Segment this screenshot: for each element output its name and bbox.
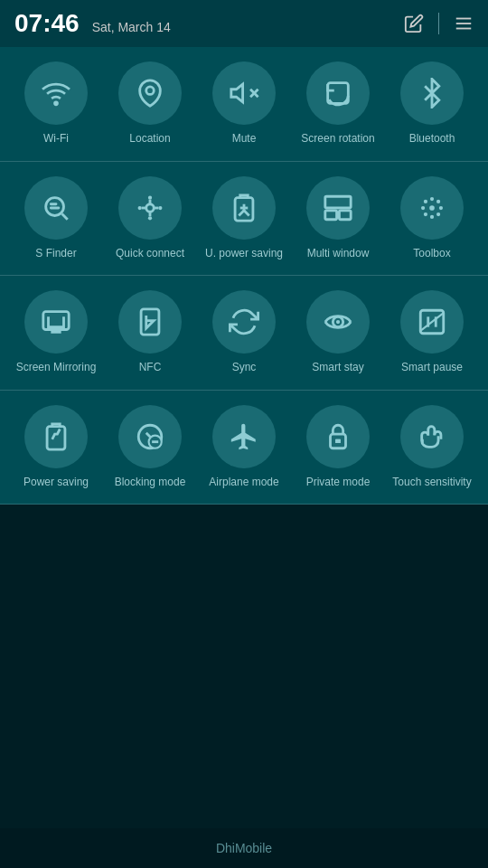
svg-point-34: [436, 212, 440, 216]
quick-tile-smart-pause[interactable]: Smart pause: [389, 290, 475, 375]
svg-rect-26: [325, 210, 337, 219]
mute-label: Mute: [232, 132, 257, 146]
quick-connect-label: Quick connect: [116, 247, 184, 261]
svg-point-14: [148, 195, 152, 199]
svg-rect-27: [339, 210, 351, 219]
smart-pause-icon-circle: [400, 290, 464, 354]
grid-row-3: Screen Mirroring NFC Sync: [0, 276, 488, 391]
quick-tile-touch-sensitivity[interactable]: Touch sensitivity: [389, 405, 475, 490]
svg-point-33: [424, 199, 427, 203]
location-icon-circle: [118, 61, 182, 125]
screen-mirroring-label: Screen Mirroring: [16, 361, 97, 375]
svg-point-32: [439, 205, 443, 209]
mute-icon-circle: [212, 61, 276, 125]
svg-point-36: [424, 212, 427, 216]
svg-point-15: [148, 216, 152, 220]
u-power-saving-label: U. power saving: [205, 247, 283, 261]
quick-tile-screen-rotation[interactable]: Screen rotation: [295, 61, 381, 146]
quick-tile-bluetooth[interactable]: Bluetooth: [389, 61, 475, 146]
multi-window-label: Multi window: [307, 247, 370, 261]
svg-rect-25: [325, 196, 351, 208]
quick-tile-quick-connect[interactable]: Quick connect: [107, 176, 193, 261]
menu-icon[interactable]: [454, 14, 474, 33]
svg-point-17: [158, 205, 162, 209]
quick-tile-airplane-mode[interactable]: Airplane mode: [201, 405, 287, 490]
wifi-icon-circle: [24, 61, 88, 125]
svg-point-13: [146, 203, 155, 212]
quick-tile-blocking-mode[interactable]: Blocking mode: [107, 405, 193, 490]
toolbox-label: Toolbox: [413, 247, 450, 261]
footer: DhiMobile: [0, 828, 488, 868]
svg-point-31: [421, 205, 425, 209]
sync-icon-circle: [212, 290, 276, 354]
multi-window-icon-circle: [306, 176, 370, 240]
quick-tile-mute[interactable]: Mute: [201, 61, 287, 146]
empty-area: [0, 505, 488, 828]
grid-row-4: Power saving Blocking mode Airplane mod: [0, 391, 488, 505]
svg-point-29: [430, 197, 434, 201]
quick-tile-u-power-saving[interactable]: U. power saving: [201, 176, 287, 261]
quick-tile-wifi[interactable]: Wi-Fi: [13, 61, 99, 146]
screen-rotation-icon-circle: [306, 61, 370, 125]
quick-tile-power-saving[interactable]: Power saving: [13, 405, 99, 490]
svg-point-42: [336, 320, 340, 324]
screen-mirroring-icon-circle: [24, 290, 88, 354]
screen-rotation-label: Screen rotation: [301, 132, 374, 146]
svg-point-35: [436, 199, 440, 203]
bluetooth-label: Bluetooth: [409, 132, 455, 146]
quick-tile-location[interactable]: Location: [107, 61, 193, 146]
brand-label: DhiMobile: [216, 841, 272, 855]
touch-sensitivity-label: Touch sensitivity: [392, 476, 471, 490]
location-label: Location: [129, 132, 170, 146]
quick-connect-icon-circle: [118, 176, 182, 240]
quick-tile-private-mode[interactable]: Private mode: [295, 405, 381, 490]
private-mode-icon-circle: [306, 405, 370, 468]
blocking-mode-label: Blocking mode: [115, 476, 186, 490]
status-divider: [438, 13, 439, 34]
edit-icon: [404, 14, 424, 33]
svg-rect-11: [50, 203, 57, 205]
quick-tile-sync[interactable]: Sync: [201, 290, 287, 375]
smart-pause-label: Smart pause: [401, 361, 463, 375]
nfc-icon-circle: [118, 290, 182, 354]
svg-rect-52: [335, 439, 341, 443]
quick-tile-smart-stay[interactable]: Smart stay: [295, 290, 381, 375]
quick-tile-multi-window[interactable]: Multi window: [295, 176, 381, 261]
svg-point-16: [138, 205, 142, 209]
grid-row-1: Wi-Fi Location Mute: [0, 47, 488, 162]
status-bar: 07:46 Sat, March 14: [0, 0, 488, 47]
touch-sensitivity-icon-circle: [400, 405, 464, 468]
power-saving-label: Power saving: [23, 476, 89, 490]
s-finder-label: S Finder: [35, 247, 76, 261]
svg-rect-12: [50, 206, 60, 209]
private-mode-label: Private mode: [306, 476, 371, 490]
quick-tile-toolbox[interactable]: Toolbox: [389, 176, 475, 261]
smart-stay-icon-circle: [306, 290, 370, 354]
quick-tile-s-finder[interactable]: S Finder: [13, 176, 99, 261]
status-date: Sat, March 14: [92, 20, 171, 34]
power-saving-icon-circle: [24, 405, 88, 468]
svg-marker-5: [231, 84, 243, 102]
svg-point-3: [55, 102, 58, 105]
grid-row-2: S Finder Quick connect: [0, 162, 488, 277]
sync-label: Sync: [232, 361, 257, 375]
airplane-mode-icon-circle: [212, 405, 276, 468]
quick-tile-nfc[interactable]: NFC: [107, 290, 193, 375]
svg-point-4: [146, 87, 155, 95]
nfc-label: NFC: [139, 361, 162, 375]
svg-line-10: [62, 213, 68, 219]
toolbox-icon-circle: [400, 176, 464, 240]
airplane-mode-label: Airplane mode: [209, 476, 278, 490]
bluetooth-icon-circle: [400, 61, 464, 125]
svg-point-30: [430, 214, 434, 218]
smart-stay-label: Smart stay: [312, 361, 363, 375]
svg-point-28: [429, 205, 435, 211]
status-time: 07:46: [14, 9, 80, 38]
blocking-mode-icon-circle: [118, 405, 182, 468]
s-finder-icon-circle: [24, 176, 88, 240]
wifi-label: Wi-Fi: [43, 132, 69, 146]
svg-rect-46: [47, 426, 65, 449]
u-power-saving-icon-circle: [212, 176, 276, 240]
status-icons: [404, 13, 474, 34]
quick-tile-screen-mirroring[interactable]: Screen Mirroring: [13, 290, 99, 375]
